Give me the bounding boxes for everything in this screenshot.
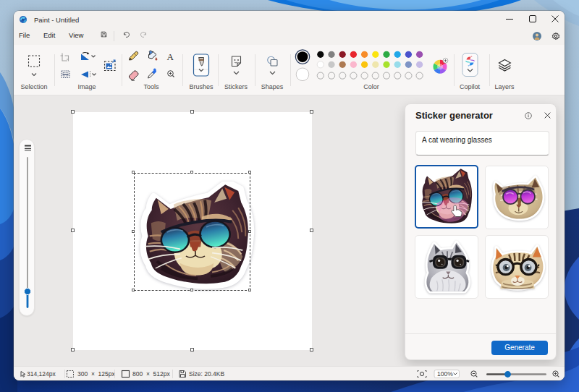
svg-text:A: A <box>167 51 174 62</box>
